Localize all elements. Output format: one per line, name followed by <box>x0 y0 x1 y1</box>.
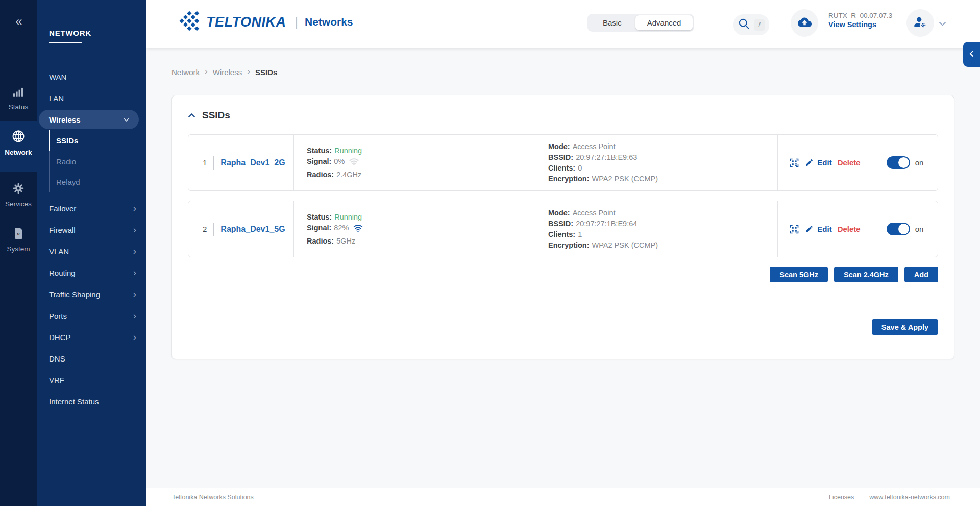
ssid-details-cell: Mode:Access Point BSSID:20:97:27:1B:E9:6… <box>535 135 777 190</box>
teltonika-logo-mark-icon <box>179 11 202 33</box>
breadcrumb: Network › Wireless › SSIDs <box>172 67 277 77</box>
sidebar-item-wan[interactable]: WAN <box>37 66 146 87</box>
logo-secondary-text: Networks <box>305 16 353 28</box>
sidebar-nav: WAN LAN Wireless SSIDs Radio Relayd Fail… <box>37 66 146 412</box>
sidebar-item-firewall[interactable]: Firewall› <box>37 219 146 240</box>
ssid-actions-cell: Edit Delete <box>777 135 872 190</box>
ssids-card-header[interactable]: SSIDs <box>188 110 938 121</box>
enable-toggle[interactable] <box>887 223 910 235</box>
qr-code-button[interactable] <box>789 224 799 234</box>
logo-primary-text: TELTONIKA <box>206 14 286 30</box>
sidebar-item-dns[interactable]: DNS <box>37 348 146 369</box>
sidebar-item-label: Firewall <box>49 226 76 234</box>
sidebar-item-radio[interactable]: Radio <box>49 151 146 172</box>
breadcrumb-item-wireless[interactable]: Wireless <box>213 68 242 77</box>
collapse-left-icon: « <box>15 14 21 29</box>
rail-item-services[interactable]: Services <box>0 174 37 219</box>
footer-links: Licenses www.teltonika-networks.com <box>829 494 950 501</box>
divider <box>213 223 214 236</box>
view-settings-link[interactable]: View Settings <box>828 20 892 29</box>
scan-button-row: Scan 5GHz Scan 2.4GHz Add <box>188 267 938 282</box>
scan-24ghz-button[interactable]: Scan 2.4GHz <box>834 267 898 282</box>
sidebar-item-label: VRF <box>49 376 64 384</box>
edit-pencil-icon[interactable] <box>805 225 814 233</box>
sidebar-item-traffic-shaping[interactable]: Traffic Shaping› <box>37 283 146 305</box>
main-content: Network › Wireless › SSIDs SSIDs 1 Rapha… <box>146 48 980 488</box>
encryption-label: Encryption: <box>548 174 590 184</box>
edit-pencil-icon[interactable] <box>805 158 814 167</box>
ssid-toggle-cell: on <box>872 135 938 190</box>
enable-toggle[interactable] <box>887 156 910 169</box>
wireless-active-pill[interactable]: Wireless <box>39 110 139 129</box>
sidebar-item-routing[interactable]: Routing› <box>37 262 146 283</box>
sidebar-item-wireless[interactable]: Wireless <box>37 109 146 130</box>
cloud-sync-button[interactable] <box>791 9 818 37</box>
chevron-up-icon <box>188 111 195 120</box>
sidebar-item-dhcp[interactable]: DHCP› <box>37 326 146 348</box>
sidebar-item-ports[interactable]: Ports› <box>37 305 146 326</box>
rail-item-label: Status <box>9 103 28 111</box>
encryption-label: Encryption: <box>548 240 590 250</box>
signal-value: 82% <box>334 223 349 233</box>
delete-button[interactable]: Delete <box>838 225 861 233</box>
tab-basic[interactable]: Basic <box>589 15 635 30</box>
clients-value: 0 <box>578 163 582 173</box>
chevron-right-icon: › <box>133 289 136 299</box>
mode-value: Access Point <box>573 142 616 152</box>
sidebar-item-vrf[interactable]: VRF <box>37 369 146 391</box>
licenses-link[interactable]: Licenses <box>829 494 854 501</box>
edit-button[interactable]: Edit <box>817 158 831 167</box>
rail-item-network[interactable]: Network <box>0 121 37 172</box>
ssid-name-link[interactable]: Rapha_Dev1_2G <box>220 158 285 167</box>
gear-icon <box>12 182 25 197</box>
panel-title: SSIDs <box>202 110 230 121</box>
sidebar-item-label: Routing <box>49 269 76 277</box>
ssid-name-link[interactable]: Rapha_Dev1_5G <box>220 225 285 234</box>
sidebar-item-internet-status[interactable]: Internet Status <box>37 391 146 412</box>
user-account-button[interactable] <box>906 9 934 37</box>
sidebar-item-label: SSIDs <box>56 136 78 145</box>
ssid-row: 2 Rapha_Dev1_5G Status:Running Signal:82… <box>188 201 938 257</box>
scan-5ghz-button[interactable]: Scan 5GHz <box>770 267 828 282</box>
breadcrumb-item-network[interactable]: Network <box>172 68 200 77</box>
device-info: RUTX_R_00.07.07.3 View Settings <box>828 12 892 29</box>
radios-value: 5GHz <box>336 236 355 246</box>
events-flyout-handle[interactable] <box>963 42 980 67</box>
save-apply-button[interactable]: Save & Apply <box>872 319 938 335</box>
sidebar-item-label: Wireless <box>49 115 81 124</box>
rail-item-system[interactable]: ‹› System <box>0 219 37 263</box>
chevron-down-icon <box>123 117 130 122</box>
divider <box>213 156 214 170</box>
add-button[interactable]: Add <box>904 267 938 282</box>
sidebar-collapse-button[interactable]: « <box>0 11 37 32</box>
website-link[interactable]: www.teltonika-networks.com <box>869 494 950 501</box>
status-bars-icon <box>12 85 25 100</box>
sidebar-item-ssids[interactable]: SSIDs <box>49 130 146 151</box>
search-shortcut-key: / <box>754 19 765 31</box>
sidebar-item-vlan[interactable]: VLAN› <box>37 240 146 262</box>
wifi-signal-icon <box>349 157 359 166</box>
qr-code-button[interactable] <box>789 158 799 168</box>
toggle-knob <box>898 157 909 168</box>
account-menu-chevron[interactable] <box>939 19 946 29</box>
sidebar-item-failover[interactable]: Failover› <box>37 198 146 219</box>
rail-item-label: Network <box>5 149 32 156</box>
sidebar-item-lan[interactable]: LAN <box>37 87 146 109</box>
sidebar-item-label: LAN <box>49 94 64 103</box>
delete-button[interactable]: Delete <box>838 158 861 167</box>
ssid-name-cell: 2 Rapha_Dev1_5G <box>188 201 293 257</box>
tab-advanced[interactable]: Advanced <box>635 15 693 30</box>
sidebar-menu-panel: NETWORK WAN LAN Wireless SSIDs Radio Rel… <box>37 0 146 506</box>
search-control[interactable]: / <box>733 14 769 35</box>
toggle-knob <box>898 224 909 234</box>
edit-button[interactable]: Edit <box>817 225 831 233</box>
signal-label: Signal: <box>307 223 331 233</box>
toggle-state-label: on <box>915 158 924 167</box>
rail-item-status[interactable]: Status <box>0 77 37 121</box>
bssid-label: BSSID: <box>548 153 573 162</box>
sidebar-item-label: DHCP <box>49 333 71 342</box>
sidebar-item-relayd[interactable]: Relayd <box>49 172 146 192</box>
svg-text:‹›: ‹› <box>17 231 20 236</box>
ssid-actions-cell: Edit Delete <box>777 201 872 257</box>
ssid-index: 2 <box>203 225 207 233</box>
